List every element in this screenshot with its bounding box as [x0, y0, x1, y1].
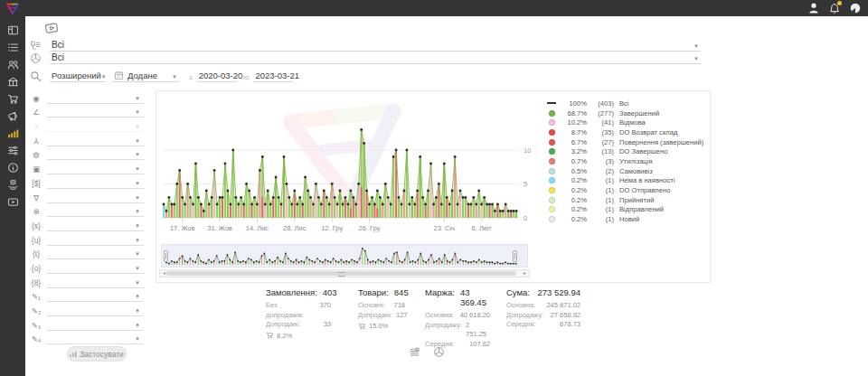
filter-select-fingerprint[interactable]: ▼	[47, 147, 144, 160]
filter-select-globe-solid[interactable]: ▼	[47, 91, 144, 104]
stat-column: Сума:273 529.94Основна:245 871.02Допрода…	[506, 287, 580, 330]
sidebar-item-cart[interactable]	[6, 92, 19, 105]
stat-title-row: Товари:845	[358, 287, 405, 297]
apply-filters-button[interactable]: Застосувати	[67, 346, 127, 362]
chart-horizontal-scrollbar[interactable]: ◄ ►	[159, 269, 530, 277]
sidebar-item-customers[interactable]	[6, 58, 19, 70]
chart-navigator[interactable]	[161, 244, 528, 268]
filter-row-var-o[interactable]: {o}▼	[30, 259, 144, 274]
user-icon[interactable]	[808, 3, 819, 14]
stat-sub-row: Допродажу:2 751.25	[425, 321, 490, 340]
filter-select-note-1[interactable]: ▼	[47, 289, 144, 302]
filter-select-var-8[interactable]: ▼	[47, 276, 144, 288]
stat-sub-label: Основні:	[358, 301, 385, 311]
scrollbar-thumb[interactable]	[166, 271, 516, 276]
filter-select-var-t[interactable]: ▼	[47, 247, 144, 259]
date-from-input[interactable]: 2020-03-20	[197, 68, 237, 82]
filter-row-var-s[interactable]: {s}▼	[30, 217, 144, 231]
legend-percent: 100%	[560, 99, 587, 108]
app-logo[interactable]	[4, 2, 22, 15]
legend-label: Всі	[616, 99, 704, 108]
date-to-input[interactable]: 2023-03-21	[253, 68, 293, 82]
note-1-icon: ✎₁	[30, 292, 42, 302]
stat-sub-row: Середня:678.73	[506, 320, 580, 330]
filter-row-note-3[interactable]: ✎₃▼	[30, 316, 144, 331]
package-view-icon[interactable]	[433, 346, 445, 358]
sidebar-item-analytics[interactable]	[6, 127, 19, 139]
filter-row-var-u[interactable]: {u}▼	[30, 231, 144, 246]
legend-dot-swatch	[549, 197, 555, 203]
filter-select-var-o[interactable]: ▼	[47, 261, 144, 274]
scroll-right-arrow-icon[interactable]: ►	[523, 270, 527, 277]
sidebar-item-videos[interactable]	[6, 195, 19, 208]
legend-label: DO Завершено	[616, 147, 704, 155]
main-sidebar	[0, 0, 25, 376]
filter-row-var-t[interactable]: {t}▼	[30, 246, 144, 260]
notifications-bell-icon[interactable]	[829, 3, 840, 14]
chevron-down-icon: ▼	[135, 194, 140, 202]
chevron-down-icon: ▼	[135, 165, 140, 173]
package-sphere-icon	[30, 52, 42, 64]
product-value: Всі	[52, 52, 64, 62]
sidebar-item-orders[interactable]	[6, 41, 19, 53]
filter-select-structure[interactable]: ▼	[47, 134, 144, 146]
filter-row-structure[interactable]: ⅄▼	[30, 132, 144, 146]
video-guide-icon[interactable]	[41, 19, 62, 36]
sidebar-item-info[interactable]	[6, 161, 19, 174]
chevron-down-icon: ▼	[135, 137, 140, 145]
filter-row-trend[interactable]: ∠▼	[30, 104, 144, 118]
filter-select-note-2[interactable]: ▼	[47, 304, 144, 316]
orders-timeline-chart: 17. Жов31. Жов14. Лис28. Лис12. Гру26. Г…	[158, 93, 542, 238]
filter-row-fingerprint[interactable]: ◍▼	[30, 146, 144, 161]
filter-row-globe-wire[interactable]: ⊕▼	[30, 203, 144, 218]
date-field-select[interactable]: 17 Додане ▼	[112, 68, 179, 82]
filter-row-var-8[interactable]: {8}▼	[30, 274, 144, 288]
stat-sub-value: 2 751.25	[466, 321, 490, 340]
sidebar-item-support[interactable]	[6, 178, 19, 191]
filter-select-var-s[interactable]: ▼	[47, 219, 144, 231]
category-select[interactable]: Всі ▼	[50, 40, 701, 52]
navigator-left-handle[interactable]	[164, 250, 168, 262]
chevron-down-icon: ▼	[135, 108, 140, 116]
filter-select-trend[interactable]: ▼	[47, 105, 144, 118]
list-view-icon[interactable]	[409, 346, 420, 358]
account-avatar-icon[interactable]	[850, 3, 861, 14]
filter-row-funnel[interactable]: ∇▼	[30, 189, 144, 203]
stat-sub-label: Допродажу:	[506, 311, 543, 321]
filter-select-box[interactable]: ▼	[47, 162, 144, 174]
legend-percent: 0.2%	[560, 205, 587, 213]
stat-sub-value: 40 618.20	[460, 311, 490, 321]
filter-row-globe-solid[interactable]: ◉▼	[30, 89, 144, 104]
stat-sub-value: 127	[396, 311, 408, 321]
product-select[interactable]: Всі ▼	[50, 52, 701, 64]
filter-row-note-1[interactable]: ✎₁▼	[30, 288, 144, 303]
sidebar-item-settings[interactable]	[6, 144, 19, 156]
filter-row-note-4[interactable]: ✎₄▼	[30, 331, 144, 345]
stat-sub-value: 370	[319, 301, 331, 320]
filter-row-money[interactable]: [$]▼	[30, 174, 144, 189]
chevron-down-icon: ▼	[135, 208, 140, 215]
filter-select-var-u[interactable]: ▼	[47, 233, 144, 246]
stat-column: Маржа:43 369.45Основна:40 618.20Допродаж…	[425, 287, 490, 349]
legend-percent: 68.7%	[560, 109, 587, 118]
navigator-right-handle[interactable]	[513, 250, 517, 262]
sidebar-item-dashboard[interactable]	[6, 24, 19, 36]
filter-row-help: ?▼	[30, 118, 144, 132]
filter-select-money[interactable]: ▼	[47, 176, 144, 189]
svg-text:0: 0	[524, 214, 527, 222]
sidebar-item-store[interactable]	[6, 75, 19, 88]
legend-count: (1)	[589, 186, 614, 194]
chevron-down-icon: ▼	[172, 73, 177, 80]
legend-label: Відправлений	[616, 205, 704, 213]
legend-dot-swatch	[549, 139, 555, 146]
filter-row-note-2[interactable]: ✎₂▼	[30, 302, 144, 316]
filter-select-note-4[interactable]: ▼	[47, 332, 144, 344]
filter-select-funnel[interactable]: ▼	[47, 191, 144, 203]
chevron-down-icon: ▼	[135, 237, 140, 244]
search-mode-select[interactable]: Розширений ▼	[50, 68, 106, 82]
sidebar-item-marketing[interactable]	[6, 109, 19, 122]
note-4-icon: ✎₄	[30, 334, 42, 344]
filter-row-box[interactable]: ▣▼	[30, 160, 144, 174]
filter-select-globe-wire[interactable]: ▼	[47, 204, 144, 217]
filter-select-note-3[interactable]: ▼	[47, 318, 144, 331]
